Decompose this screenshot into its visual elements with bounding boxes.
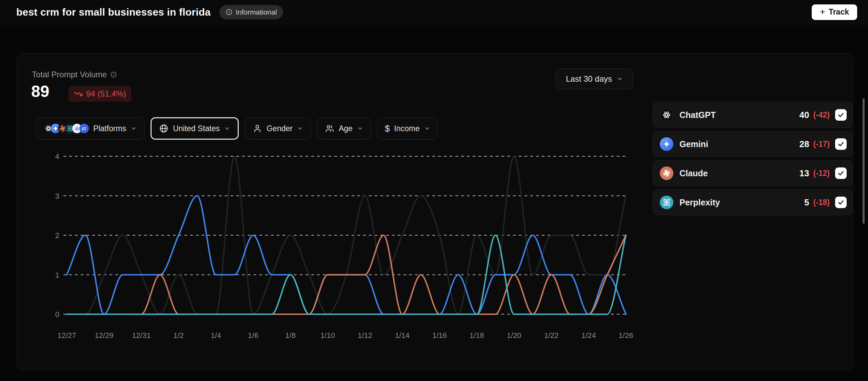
gender-filter-label: Gender — [267, 124, 293, 133]
legend-label: Perplexity — [679, 198, 720, 207]
intent-badge: Informational — [219, 5, 283, 19]
x-axis-tick: 12/31 — [132, 331, 151, 340]
track-button[interactable]: + Track — [812, 4, 857, 20]
legend-change: (-42) — [813, 111, 830, 120]
x-axis-tick: 1/26 — [619, 331, 633, 340]
platform-legend: ChatGPT 40 (-42) Gemini 28 (-17) — [653, 102, 853, 215]
legend-checkbox[interactable] — [835, 138, 847, 150]
y-axis-tick: 4 — [55, 152, 59, 161]
legend-change: (-12) — [813, 169, 830, 178]
country-filter-button[interactable]: United States — [151, 117, 239, 140]
person-icon — [253, 124, 262, 133]
chevron-down-icon — [357, 125, 363, 132]
check-icon — [837, 111, 845, 119]
x-axis-tick: 1/4 — [211, 331, 221, 340]
x-axis-tick: 1/2 — [174, 331, 184, 340]
legend-item-chatgpt[interactable]: ChatGPT 40 (-42) — [653, 102, 853, 128]
trend-down-icon — [74, 89, 83, 98]
age-filter-label: Age — [339, 124, 353, 133]
gender-filter-button[interactable]: Gender — [245, 117, 311, 140]
globe-icon — [159, 124, 169, 133]
platform-icon-6 — [79, 124, 89, 133]
filter-row: Platforms United States Gender — [36, 117, 438, 140]
check-icon — [837, 140, 845, 148]
platforms-filter-label: Platforms — [93, 124, 126, 133]
x-axis-tick: 1/8 — [285, 331, 296, 340]
scrollbar[interactable] — [863, 98, 865, 224]
date-range-value: Last 30 days — [566, 74, 612, 84]
platforms-filter-button[interactable]: Platforms — [36, 117, 144, 140]
legend-label: Gemini — [679, 139, 708, 149]
metric-label: Total Prompt Volume — [32, 70, 107, 79]
metric-label-row: Total Prompt Volume — [32, 70, 117, 79]
x-axis-tick: 1/24 — [581, 331, 596, 340]
track-button-label: Track — [829, 7, 849, 17]
legend-value: 28 — [800, 139, 809, 149]
page-title: best crm for small businesses in florida — [16, 6, 211, 18]
income-filter-button[interactable]: $ Income — [377, 117, 438, 140]
metric-change-value: 94 (51.4%) — [86, 89, 126, 99]
x-axis-tick: 1/6 — [248, 331, 258, 340]
country-filter-label: United States — [173, 124, 220, 133]
plus-icon: + — [820, 7, 825, 17]
chevron-down-icon — [224, 125, 230, 132]
legend-checkbox[interactable] — [835, 197, 847, 208]
prompt-volume-card: Total Prompt Volume 89 94 (51.4%) Last 3… — [17, 53, 853, 370]
top-header: best crm for small businesses in florida… — [0, 0, 868, 24]
x-axis-tick: 1/10 — [320, 331, 335, 340]
x-axis-tick: 1/22 — [544, 331, 559, 340]
legend-value: 40 — [800, 110, 809, 120]
legend-label: Claude — [679, 168, 708, 178]
legend-item-gemini[interactable]: Gemini 28 (-17) — [653, 131, 853, 157]
x-axis-tick: 1/14 — [395, 331, 410, 340]
x-axis-tick: 12/27 — [57, 331, 76, 340]
x-axis-tick: 1/16 — [432, 331, 447, 340]
metric-value: 89 — [31, 82, 49, 101]
x-axis-tick: 1/12 — [358, 331, 372, 340]
app-window: best crm for small businesses in florida… — [0, 0, 868, 381]
people-icon — [325, 124, 334, 133]
gemini-icon — [660, 137, 673, 151]
y-axis-tick: 2 — [55, 231, 59, 240]
check-icon — [837, 169, 845, 177]
chevron-down-icon — [617, 76, 623, 82]
date-range-select[interactable]: Last 30 days — [556, 68, 633, 89]
legend-item-claude[interactable]: Claude 13 (-12) — [653, 160, 853, 186]
intent-badge-label: Informational — [236, 8, 277, 16]
legend-value: 13 — [800, 168, 809, 179]
legend-value: 5 — [804, 197, 809, 208]
legend-item-perplexity[interactable]: Perplexity 5 (-18) — [653, 189, 853, 215]
claude-icon — [660, 166, 673, 180]
info-icon[interactable] — [110, 71, 117, 78]
metric-change-badge: 94 (51.4%) — [68, 86, 131, 102]
age-filter-button[interactable]: Age — [317, 117, 371, 140]
legend-checkbox[interactable] — [835, 109, 847, 121]
info-icon — [225, 8, 233, 16]
legend-change: (-18) — [813, 198, 830, 207]
y-axis-tick: 3 — [55, 192, 59, 200]
legend-change: (-17) — [813, 140, 830, 149]
prompt-volume-chart[interactable]: 0123412/2712/2912/311/21/41/61/81/101/12… — [51, 149, 641, 346]
y-axis-tick: 0 — [55, 310, 59, 319]
legend-checkbox[interactable] — [835, 167, 847, 179]
check-icon — [837, 199, 845, 206]
platform-icon-stack — [44, 124, 89, 133]
x-axis-tick: 1/18 — [470, 331, 484, 340]
chevron-down-icon — [424, 125, 430, 132]
x-axis-tick: 12/29 — [95, 331, 113, 340]
x-axis-tick: 1/20 — [507, 331, 521, 340]
chevron-down-icon — [297, 125, 303, 132]
perplexity-icon — [660, 196, 673, 209]
income-filter-label: Income — [394, 124, 419, 133]
legend-label: ChatGPT — [679, 110, 716, 120]
chatgpt-icon — [660, 108, 673, 122]
chevron-down-icon — [131, 125, 137, 132]
dollar-icon: $ — [385, 123, 390, 134]
y-axis-tick: 1 — [55, 271, 59, 279]
